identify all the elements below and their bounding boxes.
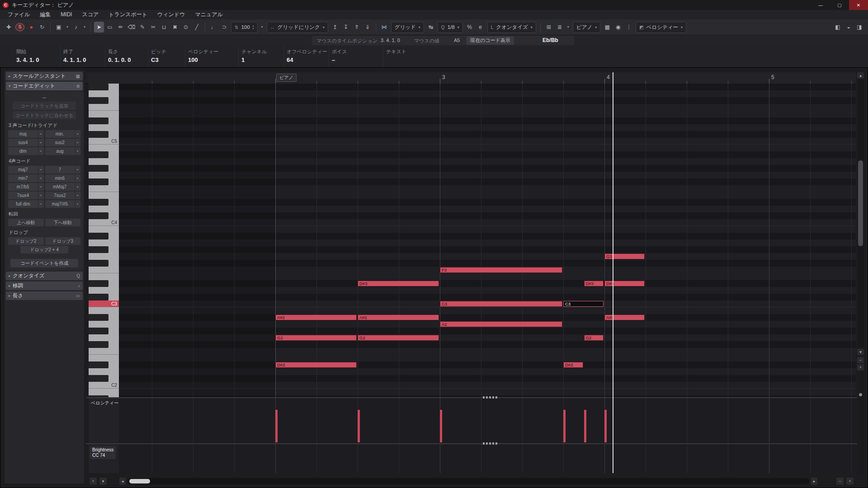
midi-note-15[interactable]: A#2 [604, 314, 645, 320]
triad-button-1-0[interactable]: sus4▸ [8, 139, 44, 146]
velocity-bar-2[interactable] [440, 410, 442, 442]
lane-divider-dot[interactable] [859, 393, 862, 396]
lane-resize-handle[interactable] [483, 396, 498, 399]
vertical-zoom-out-button[interactable]: − [857, 357, 864, 363]
drop-2-4-button[interactable]: ドロップ2 + 4 [20, 246, 68, 253]
midi-note-12[interactable]: G2 [584, 335, 604, 341]
horizontal-scroll-track[interactable] [127, 478, 809, 484]
chord-expand-arrow-icon[interactable]: ▸ [75, 147, 80, 155]
triad-button-2-0[interactable]: dim▸ [8, 147, 44, 155]
pin-tool-icon[interactable]: ✚ [4, 22, 14, 33]
midi-note-3[interactable]: D#3 [358, 281, 439, 286]
infoline-field-6[interactable]: オフベロシティー64 [284, 46, 329, 67]
close-button[interactable]: ✕ [849, 0, 868, 10]
scroll-right-button[interactable]: ▸ [811, 478, 817, 485]
erase-tool[interactable]: ⌫ [127, 22, 137, 33]
triad-button-0-1[interactable]: min.▸ [45, 130, 81, 138]
range-tool[interactable]: ▭ [105, 22, 115, 33]
midi-note-5[interactable]: G2 [358, 335, 439, 341]
color-grid-icon[interactable]: ▦ [602, 22, 612, 33]
maximize-button[interactable]: ▢ [830, 0, 849, 10]
chord-expand-arrow-icon[interactable]: ▸ [38, 192, 44, 199]
chord-expand-arrow-icon[interactable]: ▸ [38, 139, 44, 146]
show-part-borders-icon[interactable]: ⊞ [544, 22, 554, 33]
midi-note-9[interactable]: C3 [563, 301, 604, 307]
cc-lane-divider[interactable] [86, 443, 864, 444]
left-zone-toggle[interactable]: ◧ [833, 22, 843, 33]
inspector-section-quantize[interactable]: ▸クオンタイズQ [6, 272, 83, 280]
playhead-cursor[interactable] [613, 72, 613, 473]
midi-note-7[interactable]: C3 [440, 301, 562, 307]
piano-key-black[interactable] [89, 165, 108, 172]
four-note-button-0-1[interactable]: 7▸ [45, 166, 81, 174]
vertical-scroll-thumb[interactable] [858, 160, 863, 246]
infoline-field-2[interactable]: 長さ0. 1. 0. 0 [105, 46, 148, 67]
chord-expand-arrow-icon[interactable]: ▸ [75, 192, 80, 199]
inspector-section-scale-assistant[interactable]: ▸スケールアシスタント▦ [6, 72, 83, 80]
autoscroll-button[interactable]: ▣ [54, 22, 64, 33]
cc-lane[interactable] [119, 444, 856, 473]
piano-key-black[interactable] [89, 151, 108, 158]
scroll-left-button[interactable]: ◂ [119, 478, 126, 485]
vertical-zoom-in-button[interactable]: + [857, 364, 864, 371]
trim-tool[interactable]: ✎ [137, 22, 147, 33]
chord-expand-arrow-icon[interactable]: ▸ [75, 166, 80, 174]
independent-loop-icon[interactable]: ⊃ [219, 22, 229, 33]
insert-velocity[interactable]: ⇅100▴▾ [231, 22, 258, 33]
four-note-button-3-1[interactable]: 7sus2▸ [45, 192, 81, 199]
menu-item-6[interactable]: マニュアル [190, 10, 227, 19]
zoom-preset-button[interactable]: + [90, 478, 97, 485]
chord-expand-arrow-icon[interactable]: ▸ [38, 130, 44, 138]
infoline-field-1[interactable]: 終了4. 1. 1. 0 [61, 46, 105, 67]
four-note-button-4-1[interactable]: maj7/#5▸ [45, 200, 81, 208]
chord-expand-arrow-icon[interactable]: ▸ [75, 200, 80, 208]
match-chord-track-button[interactable]: コードトラックに合わせる [13, 111, 76, 119]
midi-note-8[interactable]: A2 [440, 321, 562, 327]
four-note-button-1-0[interactable]: min7▸ [8, 174, 44, 182]
nudge-up-icon[interactable]: ↥ [330, 22, 340, 33]
midi-note-14[interactable]: D#3 [604, 281, 645, 286]
piano-key-white[interactable]: C5 [89, 138, 119, 145]
piano-key-black[interactable] [89, 375, 108, 382]
piano-key-black[interactable] [89, 212, 108, 219]
chord-expand-arrow-icon[interactable]: ▸ [38, 147, 44, 155]
line-tool[interactable]: ╱ [192, 22, 202, 33]
create-chord-event-button[interactable]: コードイベントを作成 [10, 259, 78, 267]
glue-tool[interactable]: ⊔ [159, 22, 169, 33]
chord-expand-arrow-icon[interactable]: ▸ [38, 183, 44, 191]
inversion-button-0[interactable]: 上へ移動 [8, 219, 44, 226]
mute-tool[interactable]: ✖ [170, 22, 180, 33]
add-chord-track-button[interactable]: コードトラックを追加 [13, 102, 76, 110]
infoline-field-4[interactable]: ベロシティー100 [185, 46, 239, 67]
edit-active-part-icon[interactable]: ≣ [555, 22, 565, 33]
quantize-panel-icon[interactable]: e [476, 22, 486, 33]
piano-key-black[interactable] [89, 199, 108, 206]
grid-relative-icon[interactable]: ↹ [426, 22, 436, 33]
piano-key-black[interactable] [89, 233, 108, 239]
menu-item-5[interactable]: ウィンドウ [152, 10, 190, 19]
transpose-down-icon[interactable]: ⇓ [363, 22, 373, 33]
scroll-down-button[interactable]: ▾ [857, 349, 864, 355]
inspector-section-length[interactable]: ▸長さ▭ [6, 291, 83, 300]
piano-key-black[interactable] [89, 341, 108, 348]
scroll-up-button[interactable]: ▴ [857, 72, 864, 79]
piano-key-white[interactable]: C4 [89, 219, 119, 226]
horizontal-zoom-in-button[interactable]: + [846, 478, 854, 485]
chord-expand-arrow-icon[interactable]: ▸ [75, 174, 80, 182]
horizontal-zoom-out-button[interactable]: − [836, 478, 844, 485]
velocity-bar-5[interactable] [604, 410, 607, 442]
midi-note-13[interactable]: G3 [604, 253, 645, 259]
piano-key-black[interactable] [89, 84, 108, 90]
insert-velocity-caret[interactable]: ▾ [259, 22, 265, 33]
four-note-button-3-0[interactable]: 7sus4▸ [8, 192, 44, 199]
piano-key-black[interactable] [89, 97, 108, 104]
menu-item-3[interactable]: スコア [77, 10, 104, 19]
solo-button[interactable]: S [15, 23, 24, 31]
right-zone-toggle[interactable]: ◨ [854, 22, 864, 33]
zoom-tool[interactable]: ⊙ [181, 22, 191, 33]
infoline-field-7[interactable]: ボイス– [329, 46, 383, 67]
chord-expand-arrow-icon[interactable]: ▸ [75, 130, 80, 138]
chord-expand-arrow-icon[interactable]: ▸ [75, 183, 80, 191]
menu-item-4[interactable]: トランスポート [104, 10, 152, 19]
grid-type-select[interactable]: グリッド▾ [391, 22, 424, 33]
